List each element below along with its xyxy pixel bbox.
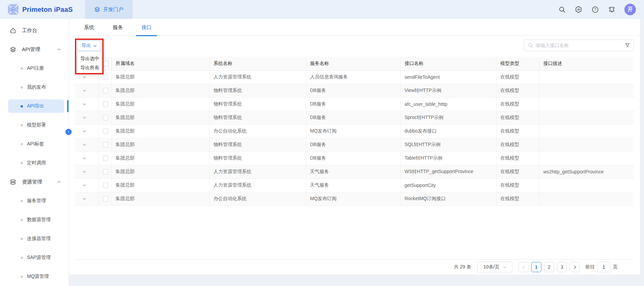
user-avatar[interactable]: 开: [624, 4, 636, 15]
sidebar-item-api-register[interactable]: API注册: [0, 59, 69, 78]
brand: P Primeton iPaaS: [7, 4, 73, 15]
bullet-icon: [21, 86, 23, 89]
row-expand-chevron-icon[interactable]: [82, 129, 99, 133]
sidebar-item-label: SAP源管理: [27, 255, 51, 261]
sidebar-item-model-deploy[interactable]: 模型部署: [0, 116, 69, 135]
sidebar-item-my-publish[interactable]: 我的发布: [0, 78, 69, 97]
row-expand-chevron-icon[interactable]: [82, 75, 99, 79]
sidebar-item-datasource-management[interactable]: 数据源管理: [0, 210, 69, 229]
row-expand-chevron-icon[interactable]: [82, 89, 99, 93]
sidebar-item-mq-source-management[interactable]: MQ源管理: [0, 267, 69, 286]
search-box: [524, 40, 634, 51]
goto-page-input[interactable]: [597, 262, 610, 272]
sidebar-item-service-management[interactable]: 服务管理: [0, 191, 69, 210]
table-row: 集团总部 物料管理系统 DB服务 SQL转HTTP示例 在线模型: [75, 138, 634, 151]
column-header-api-name: 接口名称: [400, 57, 496, 70]
cell-description: [539, 111, 634, 124]
row-expand-chevron-icon[interactable]: [82, 197, 99, 201]
sidebar: 工作台 API管理 API注册 我的发布 API导出: [0, 19, 69, 286]
cell-system: 物料管理系统: [209, 138, 306, 151]
tab-service[interactable]: 服务: [111, 19, 124, 36]
row-checkbox[interactable]: [103, 169, 108, 174]
cell-api-name: RocketMQ订阅接口: [400, 192, 496, 206]
sidebar-item-label: 工作台: [22, 27, 37, 34]
sidebar-item-label: 资源管理: [22, 179, 42, 185]
interface-name-search-input[interactable]: [536, 43, 622, 48]
cell-api-name: afc_user_table_htttp: [400, 97, 496, 111]
primeton-logo-icon: P: [7, 4, 19, 15]
cell-domain: 集团总部: [111, 151, 209, 165]
menu-item-export-all[interactable]: 导出所有: [77, 63, 103, 72]
cell-domain: 集团总部: [111, 178, 209, 192]
sidebar-collapse-toggle[interactable]: ‹: [65, 129, 72, 135]
export-button-label: 导出: [82, 43, 91, 49]
filter-funnel-icon[interactable]: [625, 43, 630, 48]
home-icon: [10, 27, 16, 34]
sidebar-item-api-management[interactable]: API管理: [0, 40, 69, 59]
row-checkbox[interactable]: [103, 156, 108, 161]
row-checkbox[interactable]: [103, 88, 108, 93]
bullet-icon: [21, 238, 23, 240]
tabs-row: 系统 服务 接口: [69, 19, 640, 36]
cell-model-type: 在线模型: [496, 178, 539, 192]
tab-interface[interactable]: 接口: [140, 19, 153, 36]
sidebar-item-workbench[interactable]: 工作台: [0, 21, 69, 40]
help-icon[interactable]: ?: [591, 6, 599, 13]
cell-service: DB服务: [306, 151, 400, 165]
cell-service: MQ发布订阅: [306, 192, 400, 206]
topbar-actions: AI ? 开: [558, 4, 636, 15]
prev-page-button[interactable]: [518, 262, 529, 272]
cell-service: DB服务: [306, 111, 400, 124]
notifications-bell-icon[interactable]: [608, 6, 615, 13]
row-checkbox[interactable]: [103, 196, 108, 201]
bullet-icon: [21, 200, 23, 202]
column-header-model-type: 模型类型: [496, 57, 539, 70]
export-button[interactable]: 导出: [77, 40, 101, 51]
page-button-1[interactable]: 1: [531, 262, 541, 272]
row-expand-chevron-icon[interactable]: [82, 116, 99, 120]
portal-tab-label: 开发门户: [103, 6, 124, 13]
row-expand-chevron-icon[interactable]: [82, 143, 99, 147]
row-expand-chevron-icon[interactable]: [82, 156, 99, 160]
select-all-checkbox[interactable]: [103, 61, 108, 66]
ai-assistant-icon[interactable]: AI: [575, 6, 582, 13]
sidebar-item-label: API标签: [27, 141, 44, 147]
row-expand-chevron-icon[interactable]: [82, 183, 99, 187]
sidebar-item-scheduled-call[interactable]: 定时调用: [0, 153, 69, 172]
sidebar-item-api-tags[interactable]: API标签: [0, 135, 69, 153]
interface-table: 所属域名 系统名称 服务名称 接口名称 模型类型 接口描述 集团总部: [75, 57, 634, 260]
menu-item-export-selected[interactable]: 导出选中: [77, 54, 103, 63]
cell-domain: 集团总部: [111, 165, 209, 178]
column-header-domain: 所属域名: [111, 57, 209, 70]
row-checkbox[interactable]: [103, 115, 108, 120]
cell-api-name: sendFileToAgent: [400, 70, 496, 84]
row-checkbox[interactable]: [103, 128, 108, 134]
next-page-button[interactable]: [570, 262, 580, 272]
row-expand-chevron-icon[interactable]: [82, 102, 99, 106]
sidebar-item-label: 数据源管理: [27, 217, 51, 223]
row-expand-chevron-icon[interactable]: [82, 170, 99, 174]
sidebar-item-sap-source-management[interactable]: SAP源管理: [0, 248, 69, 267]
chevron-down-icon: [93, 44, 97, 48]
tab-system[interactable]: 系统: [83, 19, 96, 36]
page-button-3[interactable]: 3: [557, 262, 567, 272]
brand-name: Primeton iPaaS: [22, 6, 73, 14]
search-icon[interactable]: [558, 6, 566, 13]
cell-domain: 集团总部: [111, 70, 209, 84]
page-button-2[interactable]: 2: [544, 262, 554, 272]
sidebar-item-api-export[interactable]: API导出: [8, 99, 64, 113]
sidebar-item-resource-management[interactable]: 资源管理: [0, 172, 69, 191]
cell-system: 人力资源管理系统: [209, 165, 306, 178]
row-checkbox[interactable]: [103, 74, 108, 80]
cell-description: [539, 138, 634, 151]
row-checkbox[interactable]: [103, 101, 108, 107]
cell-service: 天气服务: [306, 178, 400, 192]
page-size-select[interactable]: 10条/页: [477, 262, 512, 272]
row-checkbox[interactable]: [103, 183, 108, 188]
row-checkbox[interactable]: [103, 142, 108, 147]
portal-tab-dev[interactable]: 开发门户: [85, 0, 133, 19]
sidebar-item-connector-management[interactable]: 连接器管理: [0, 229, 69, 248]
sidebar-item-label: MQ源管理: [27, 273, 49, 280]
goto-page-label: 前往: [585, 264, 595, 270]
cell-description: [539, 151, 634, 165]
